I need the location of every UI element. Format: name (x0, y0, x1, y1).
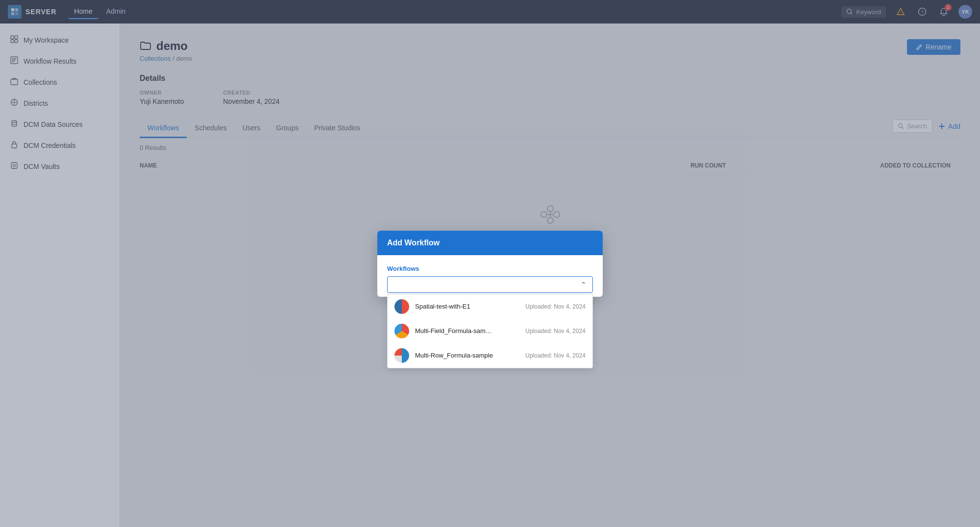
workflow-option-2[interactable]: Multi-Field_Formula-sam… Uploaded: Nov 4… (388, 319, 592, 343)
workflow-icon-spatial (394, 299, 409, 314)
workflow-name-3: Multi-Row_Formula-sample (415, 352, 519, 359)
workflow-name-2: Multi-Field_Formula-sam… (415, 327, 519, 335)
chevron-up-icon: ⌃ (581, 281, 587, 288)
workflow-option-1[interactable]: Spatial-test-with-E1 Uploaded: Nov 4, 20… (388, 294, 592, 319)
workflow-uploaded-2: Uploaded: Nov 4, 2024 (525, 328, 586, 335)
workflow-icon-multirow (394, 348, 409, 363)
modal-overlay[interactable]: Add Workflow Workflows ⌃ Spatial-test-wi… (0, 0, 980, 527)
dropdown-input-field[interactable]: ⌃ (387, 276, 593, 293)
workflow-uploaded-1: Uploaded: Nov 4, 2024 (525, 303, 586, 310)
modal-body: Workflows ⌃ Spatial-test-with-E1 Uploade… (377, 255, 603, 297)
modal-workflows-label: Workflows (387, 265, 593, 272)
workflow-name-1: Spatial-test-with-E1 (415, 303, 519, 310)
workflow-icon-multifield (394, 324, 409, 338)
workflows-dropdown[interactable]: ⌃ Spatial-test-with-E1 Uploaded: Nov 4, … (387, 276, 593, 293)
workflow-option-3[interactable]: Multi-Row_Formula-sample Uploaded: Nov 4… (388, 343, 592, 368)
add-workflow-modal: Add Workflow Workflows ⌃ Spatial-test-wi… (377, 231, 603, 297)
workflow-uploaded-3: Uploaded: Nov 4, 2024 (525, 352, 586, 359)
dropdown-list: Spatial-test-with-E1 Uploaded: Nov 4, 20… (387, 294, 593, 368)
modal-header: Add Workflow (377, 231, 603, 255)
